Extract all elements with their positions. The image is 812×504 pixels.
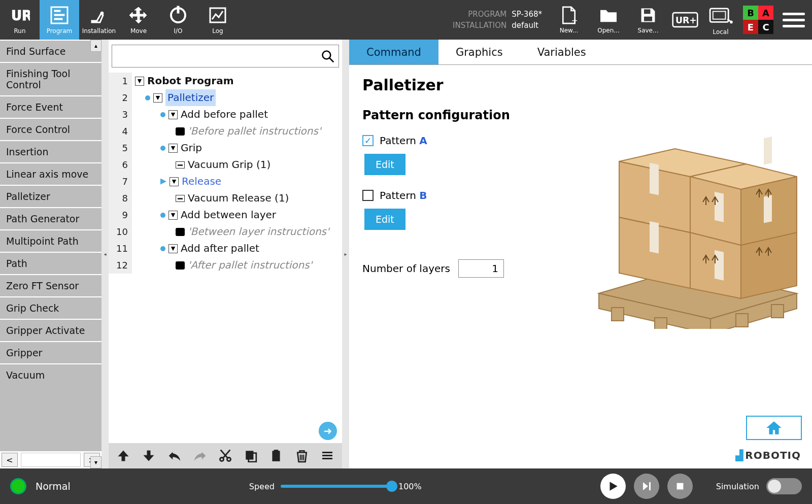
tree-row[interactable]: 9▼Add between layer [109, 207, 341, 223]
topbar: UR Run Program Installation Move I/O Log [0, 0, 812, 40]
sidebar-node[interactable]: Insertion [0, 140, 101, 162]
tree-toolbar [109, 443, 342, 468]
play-button[interactable] [600, 474, 626, 499]
redo-icon[interactable] [192, 447, 208, 464]
tree-search-input[interactable] [112, 51, 317, 61]
variables-tab[interactable]: Variables [520, 40, 603, 64]
node-pin-icon [160, 112, 165, 117]
log-tab[interactable]: Log [198, 0, 238, 40]
tree-row[interactable]: 5▼Grip [109, 140, 341, 156]
save-button[interactable]: Save... [628, 6, 668, 34]
tree-row[interactable]: 2▼Palletizer [109, 89, 341, 106]
tree-row[interactable]: 3▼Add before pallet [109, 106, 341, 123]
hamburger-menu-icon[interactable] [783, 13, 805, 27]
tree-node-text: 'After pallet instructions' [188, 257, 312, 274]
paste-icon[interactable] [268, 447, 284, 464]
tree-row[interactable]: 10'Between layer instructions' [109, 223, 341, 240]
command-icon [176, 161, 185, 169]
line-number: 10 [109, 223, 132, 240]
tree-row[interactable]: 11▼Add after pallet [109, 240, 341, 257]
node-pin-icon [160, 213, 165, 218]
new-button[interactable]: + New... [549, 6, 589, 34]
svg-rect-11 [644, 17, 652, 21]
step-button[interactable] [634, 474, 659, 499]
robot-arm-icon [88, 5, 110, 25]
footer: Normal Speed 100% Simulation [0, 468, 812, 504]
pattern-a-label: Pattern A [380, 135, 427, 147]
sidebar-tab-space[interactable] [21, 453, 81, 467]
svg-rect-56 [764, 195, 772, 223]
goto-next-icon[interactable]: ➜ [319, 422, 337, 440]
teach-pendant-icon[interactable] [707, 4, 734, 28]
tree-row[interactable]: 1▼Robot Program [109, 73, 341, 89]
cut-icon[interactable] [218, 447, 233, 464]
pattern-b-checkbox[interactable] [362, 190, 374, 201]
sidebar-node[interactable]: Linear axis move [0, 162, 101, 185]
expand-icon: ▼ [168, 110, 178, 119]
simulation-toggle[interactable] [766, 478, 802, 494]
current-pointer-icon [160, 179, 166, 185]
sidebar-node[interactable]: Finishing Tool Control [0, 62, 101, 95]
layers-input[interactable] [458, 259, 504, 278]
tree-row[interactable]: 12'After pallet instructions' [109, 257, 341, 274]
speed-thumb[interactable] [386, 481, 397, 492]
command-tab[interactable]: Command [349, 40, 438, 64]
sidebar-node[interactable]: Gripper Activate [0, 319, 101, 341]
program-tab[interactable]: Program [40, 0, 79, 40]
sidebar-node[interactable]: Gripper [0, 341, 101, 363]
undo-icon[interactable] [166, 447, 182, 464]
pattern-a-checkbox[interactable] [362, 135, 374, 146]
right-splitter[interactable] [342, 40, 349, 468]
status-led-icon[interactable] [10, 478, 26, 494]
line-number: 4 [109, 123, 132, 140]
delete-icon[interactable] [294, 447, 310, 464]
copy-icon[interactable] [243, 447, 258, 464]
left-splitter[interactable] [101, 40, 109, 468]
sidebar-node[interactable]: Zero FT Sensor [0, 274, 101, 296]
move-up-icon[interactable] [116, 447, 131, 464]
io-tab[interactable]: I/O [158, 0, 198, 40]
edit-pattern-b-button[interactable]: Edit [364, 209, 405, 230]
sidebar-node[interactable]: Find Surface [0, 40, 101, 62]
svg-rect-35 [655, 318, 667, 329]
move-tab[interactable]: Move [119, 0, 158, 40]
search-icon[interactable] [317, 46, 339, 67]
installation-tab[interactable]: Installation [79, 0, 119, 40]
line-number: 2 [109, 89, 132, 106]
speed-slider[interactable] [281, 485, 392, 488]
open-button[interactable]: Open... [589, 6, 628, 34]
sidebar-node[interactable]: Path [0, 252, 101, 274]
tree-row[interactable]: 4'Before pallet instructions' [109, 123, 341, 140]
run-tab[interactable]: UR Run [0, 0, 40, 40]
sidebar-scroll-down[interactable]: ▾ [90, 456, 101, 468]
expand-icon: ▼ [135, 77, 144, 86]
ur-logo-icon: UR [9, 5, 30, 25]
line-number: 5 [109, 140, 132, 156]
sidebar-node[interactable]: Multipoint Path [0, 229, 101, 252]
sidebar-scroll-up[interactable]: ▴ [90, 40, 101, 52]
tree-row[interactable]: 8Vacuum Release (1) [109, 190, 341, 207]
graphics-tab[interactable]: Graphics [438, 40, 520, 64]
svg-rect-23 [273, 451, 280, 461]
safety-checksum-icon[interactable]: B A E C [743, 6, 773, 34]
node-pin-icon [145, 95, 150, 100]
stop-button[interactable] [667, 474, 693, 499]
tree-row[interactable]: 7▼Release [109, 173, 341, 190]
sidebar-node[interactable]: Force Event [0, 95, 101, 118]
svg-point-17 [323, 51, 331, 59]
sidebar-node[interactable]: Path Generator [0, 207, 101, 229]
sidebar-node[interactable]: Grip Check [0, 296, 101, 319]
move-down-icon[interactable] [141, 447, 156, 464]
sidebar-node[interactable]: Force Control [0, 118, 101, 140]
sidebar-node[interactable]: Palletizer [0, 185, 101, 207]
sidebar-tab-prev[interactable]: < [2, 453, 18, 467]
svg-rect-54 [650, 221, 659, 254]
sidebar-node[interactable]: Vacuum [0, 363, 101, 386]
suppress-icon[interactable] [320, 447, 335, 464]
urplus-icon[interactable]: UR+ [672, 8, 698, 32]
program-tree[interactable]: 1▼Robot Program2▼Palletizer3▼Add before … [109, 70, 342, 419]
tree-row[interactable]: 6Vacuum Grip (1) [109, 156, 341, 173]
home-button[interactable] [746, 416, 802, 440]
svg-line-18 [330, 58, 334, 62]
edit-pattern-a-button[interactable]: Edit [364, 154, 405, 175]
